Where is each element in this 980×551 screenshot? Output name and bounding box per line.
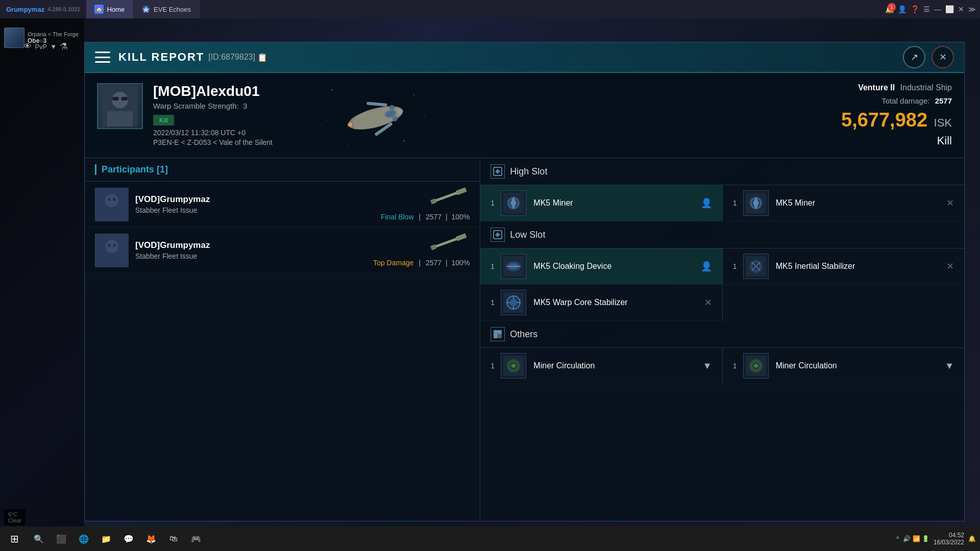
percent-1: 100% [452,213,470,221]
svg-point-41 [113,244,116,247]
char-name: [MOB]Alexdu01 [153,83,819,99]
taskbar-tray: ^ 🔊 📶 🔋 04:52 16/03/2022 🔔 [896,532,976,546]
participants-panel: Participants [1] [VOD]Grumpymaz Stabber … [85,158,480,521]
low-slot-count-2: 1 [491,298,501,307]
participant-stats-1: Final Blow | 2577 | 100% [381,213,470,221]
game-tab[interactable]: EVE Echoes [133,0,200,18]
close-button[interactable]: ✕ [932,46,954,68]
char-avatar [97,83,143,129]
low-slot-person-icon-1: 👤 [701,261,712,272]
bluestacks-bar: Grumpymaz 4.280.0.1022 🏠 Home EVE Echoes… [0,0,980,18]
high-slot-header: High Slot [480,158,964,185]
low-slot-close-2[interactable]: ✕ [704,297,712,308]
svg-rect-43 [456,233,467,241]
svg-rect-7 [121,97,128,101]
high-slot-item-1: 1 MK5 Miner 👤 [480,185,722,221]
damage-2: 2577 [426,259,442,267]
isk-unit: ISK [934,116,952,129]
home-tab-label: Home [107,6,125,13]
notification-icon-wrap[interactable]: 🔔 1 [885,5,894,13]
edge-icon[interactable]: 🌐 [74,529,94,549]
high-slot-close-2[interactable]: ✕ [946,197,954,209]
low-slot-header: Low Slot [480,221,964,248]
share-button[interactable]: ↗ [903,46,925,68]
minimize-icon[interactable]: — [934,5,941,13]
low-slot-item-1: 1 MK5 Cloaking Device 👤 [480,248,722,285]
low-slot-r-count-1: 1 [733,262,743,270]
svg-point-28 [424,115,425,116]
tray-expand[interactable]: ^ [896,535,899,542]
game-tab-label: EVE Echoes [154,6,191,13]
panel-id: [ID:6879823] [208,53,255,62]
close-icon[interactable]: ✕ [958,5,964,13]
expand-icon[interactable]: ≫ [968,5,976,13]
svg-point-25 [347,145,348,146]
high-slot-count-1: 1 [491,199,501,207]
taskview-icon[interactable]: ⬛ [51,529,71,549]
svg-rect-31 [100,210,125,221]
home-icon: 🏠 [94,5,104,14]
high-slot-title: High Slot [510,166,547,177]
taskbar-clock: 04:52 16/03/2022 [934,532,964,546]
svg-rect-64 [498,330,502,334]
panel-header-actions: ↗ ✕ [903,46,954,68]
low-slot-items: 1 MK5 Cloaking Device 👤 [480,248,964,321]
store-icon[interactable]: 🛍 [163,529,184,549]
svg-point-38 [105,240,118,253]
total-damage-label: Total damage: [881,96,929,105]
others-item-2: 1 Miner Circulation ▼ [723,348,964,384]
game-taskbar-icon[interactable]: 🎮 [186,529,206,549]
others-icon-2 [743,353,769,379]
notification-center-icon[interactable]: 🔔 [968,535,976,542]
stat-label-1: Final Blow [381,213,414,221]
svg-point-32 [108,198,111,201]
low-slot-name-1: MK5 Cloaking Device [533,262,696,271]
char-details: [MOB]Alexdu01 Warp Scramble Strength: 3 … [153,83,819,147]
restore-icon[interactable]: ⬜ [945,5,954,13]
pvp-indicator[interactable]: 👁 PvP ▼ ⚗ [23,41,68,52]
low-slot-icon [491,228,505,242]
low-slot-r-close-1[interactable]: ✕ [946,261,954,272]
high-slot-item-2: 1 MK5 Miner ✕ [723,185,964,221]
bluestacks-right-icons: 🔔 1 👤 ❓ ☰ — ⬜ ✕ ≫ [885,5,980,13]
firefox-icon[interactable]: 🦊 [141,529,161,549]
ship-svg [322,80,429,156]
low-slot-title: Low Slot [510,230,545,240]
others-chevron-1: ▼ [703,361,712,371]
hamburger-menu-icon[interactable] [95,52,110,63]
others-right-col: 1 Miner Circulation ▼ [723,348,964,384]
low-slot-item-r1: 1 MK5 Inertial Stabilizer ✕ [723,248,964,285]
high-slot-icon-1 [501,190,526,216]
bluestacks-logo: Grumpymaz 4.280.0.1022 [0,6,86,13]
others-item-1: 1 Miner Circulation ▼ [480,348,722,384]
menu-icon-bs[interactable]: ☰ [923,5,930,13]
svg-rect-34 [432,191,459,203]
participant-stats-2: Top Damage | 2577 | 100% [373,259,470,267]
participant-row-2: [VOD]Grumpymaz Stabber Fleet Issue Top D… [85,228,480,273]
start-button[interactable]: ⊞ [4,529,24,549]
participant-info-1: [VOD]Grumpymaz Stabber Fleet Issue [135,194,470,214]
discord-icon[interactable]: 💬 [118,529,139,549]
svg-point-59 [510,299,517,306]
kill-result: Kill [829,134,952,147]
others-count-2: 1 [733,362,743,370]
others-name-1: Miner Circulation [533,361,703,370]
app-name: Grumpymaz [6,6,44,13]
explorer-icon[interactable]: 📁 [96,529,116,549]
stat-sep-2: | [419,259,421,267]
copy-icon[interactable]: 📋 [257,53,267,62]
high-slot-icon [491,164,505,179]
total-damage-value: 2577 [935,96,952,105]
isk-value: 5,677,982 [841,109,927,131]
game-avatar [4,28,24,48]
high-slot-name-2: MK5 Miner [776,198,940,208]
svg-rect-35 [456,187,467,195]
help-icon[interactable]: ❓ [911,5,919,13]
participant-name-2: [VOD]Grumpymaz [135,240,470,251]
home-tab[interactable]: 🏠 Home [86,0,133,18]
others-title: Others [510,329,537,340]
pvp-label: PvP [35,43,47,51]
stat-label: Warp Scramble Strength: [153,102,239,110]
search-taskbar-icon[interactable]: 🔍 [29,529,49,549]
account-icon[interactable]: 👤 [898,5,906,13]
